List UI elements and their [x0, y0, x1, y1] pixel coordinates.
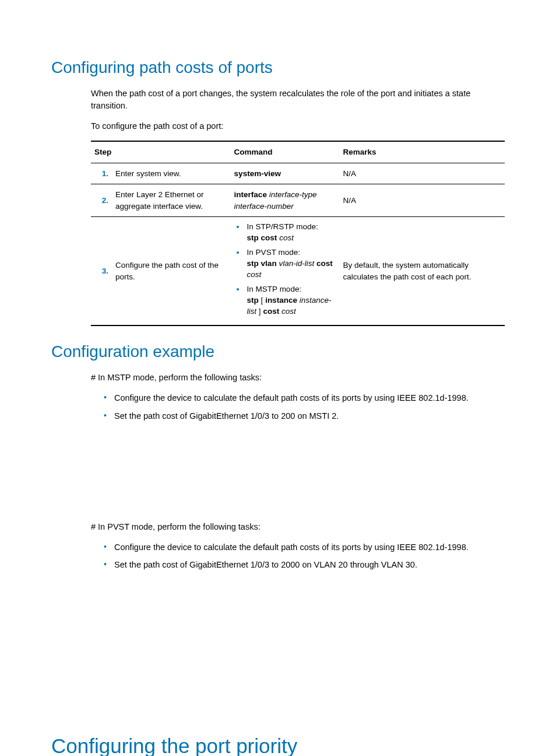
spacer	[91, 577, 505, 699]
mstp-task-list: Configure the device to calculate the de…	[101, 392, 505, 422]
mode-label: In PVST mode:	[247, 248, 300, 257]
para-recalc: When the path cost of a port changes, th…	[91, 88, 505, 112]
table-row: 2. Enter Layer 2 Ethernet or aggregate i…	[91, 184, 505, 217]
step-number: 3.	[91, 217, 112, 326]
th-remarks: Remarks	[340, 141, 505, 163]
list-item: Configure the device to calculate the de…	[101, 541, 505, 553]
cmd-text: cost	[263, 307, 279, 316]
cmd-text: stp vlan	[247, 259, 277, 268]
section1-body: When the path cost of a port changes, th…	[91, 88, 505, 326]
cmd-arg: vlan-id-list	[277, 259, 316, 268]
cmd-arg: cost	[279, 307, 296, 316]
list-item: In MSTP mode: stp [ instance instance-li…	[234, 284, 336, 317]
cmd-text: system-view	[234, 169, 281, 178]
heading-configuring-port-priority: Configuring the port priority	[51, 734, 505, 756]
mode-label: In STP/RSTP mode:	[247, 222, 318, 231]
step-command: In STP/RSTP mode: stp cost cost In PVST …	[231, 217, 340, 326]
list-item: In PVST mode: stp vlan vlan-id-list cost…	[234, 247, 336, 281]
pvst-task-list: Configure the device to calculate the de…	[101, 541, 505, 571]
command-modes-list: In STP/RSTP mode: stp cost cost In PVST …	[234, 222, 336, 317]
list-item: In STP/RSTP mode: stp cost cost	[234, 222, 336, 244]
list-item: Configure the device to calculate the de…	[101, 392, 505, 404]
cmd-text: instance	[265, 296, 297, 304]
cmd-text: ]	[256, 307, 263, 316]
spacer	[91, 428, 505, 521]
cmd-text: stp cost	[247, 233, 277, 242]
step-number: 1.	[91, 163, 112, 184]
list-item: Set the path cost of GigabitEthernet 1/0…	[101, 410, 505, 422]
steps-table: Step Command Remarks 1. Enter system vie…	[91, 141, 505, 326]
th-step: Step	[91, 141, 231, 163]
step-desc: Enter system view.	[112, 163, 231, 184]
heading-configuration-example: Configuration example	[51, 342, 505, 361]
step-remarks: N/A	[340, 163, 505, 184]
step-desc: Configure the path cost of the ports.	[112, 217, 231, 326]
list-item: Set the path cost of GigabitEthernet 1/0…	[101, 559, 505, 570]
page-content: Configuring path costs of ports When the…	[0, 0, 556, 756]
step-desc: Enter Layer 2 Ethernet or aggregate inte…	[112, 184, 231, 217]
step-command: system-view	[231, 163, 340, 184]
cmd-arg: cost	[277, 233, 294, 242]
cmd-text: cost	[316, 259, 333, 268]
table-row: 1. Enter system view. system-view N/A	[91, 163, 505, 184]
cmd-text: [	[259, 296, 265, 304]
step-command: interface interface-type interface-numbe…	[231, 184, 340, 217]
section2-body: # In MSTP mode, perform the following ta…	[91, 372, 505, 699]
step-remarks: N/A	[340, 184, 505, 217]
cmd-arg: cost	[247, 270, 262, 279]
heading-configuring-path-costs: Configuring path costs of ports	[51, 58, 505, 77]
para-pvst-tasks: # In PVST mode, perform the following ta…	[91, 521, 505, 533]
step-remarks: By default, the system automatically cal…	[340, 217, 505, 326]
table-row: 3. Configure the path cost of the ports.…	[91, 217, 505, 326]
mode-label: In MSTP mode:	[247, 285, 302, 293]
cmd-text: interface	[234, 190, 267, 199]
para-mstp-tasks: # In MSTP mode, perform the following ta…	[91, 372, 505, 384]
cmd-text: stp	[247, 296, 259, 304]
step-number: 2.	[91, 184, 112, 217]
para-to-configure: To configure the path cost of a port:	[91, 120, 505, 132]
th-command: Command	[231, 141, 340, 163]
